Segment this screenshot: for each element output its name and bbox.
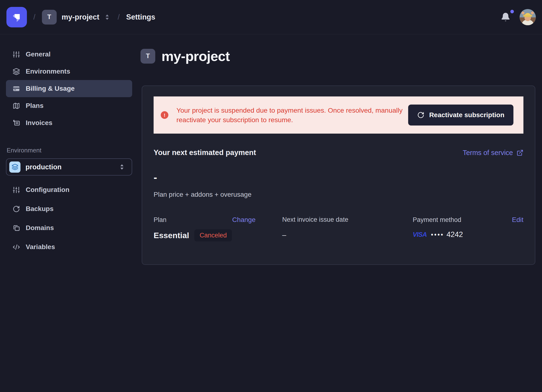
next-invoice-date: – [282, 231, 413, 239]
chevrons-up-down-icon [103, 13, 111, 21]
alert-message: Your project is suspended due to payment… [176, 105, 408, 125]
environment-select[interactable]: production [6, 158, 132, 175]
sidebar-item-label: Billing & Usage [26, 85, 75, 93]
rotate-cw-icon [417, 111, 424, 119]
sidebar-item-label: General [26, 50, 50, 58]
sidebar-item-billing-usage[interactable]: Billing & Usage [6, 80, 132, 97]
tuist-logo-icon [10, 10, 24, 24]
reactivate-button-label: Reactivate subscription [429, 111, 504, 119]
alert-exclamation-icon: ! [161, 111, 168, 119]
avatar-illustration [520, 9, 536, 25]
card-last4: 4242 [446, 230, 463, 239]
unread-notification-dot [510, 10, 514, 13]
project-title-row: T my-project [141, 48, 535, 64]
environment-section-label: Environment [7, 147, 132, 154]
environment-layers-icon [9, 162, 21, 173]
environment-select-value: production [26, 163, 118, 171]
content-layout: General Environments Billing & Usage [0, 34, 542, 392]
sidebar-item-plans[interactable]: Plans [6, 97, 132, 114]
change-plan-link[interactable]: Change [232, 216, 255, 224]
project-switcher-button[interactable] [103, 13, 111, 21]
estimated-payment-amount: - [154, 172, 523, 183]
user-avatar[interactable] [520, 9, 536, 25]
invoice-icon [13, 119, 20, 127]
layers-icon [13, 68, 20, 75]
plan-status-badge: Canceled [194, 229, 232, 241]
sidebar-item-backups[interactable]: Backups [6, 199, 132, 218]
payment-method-label: Payment method [413, 216, 461, 224]
terms-of-service-link[interactable]: Terms of service [463, 149, 523, 157]
stack-icon [13, 224, 20, 232]
sidebar-item-environments[interactable]: Environments [6, 63, 132, 80]
card-mask-dots: •••• [431, 231, 444, 238]
notifications-button[interactable] [500, 12, 511, 23]
top-bar: / T my-project / Settings [0, 0, 542, 34]
app-root: / T my-project / Settings [0, 0, 542, 392]
sidebar-item-label: Environments [26, 68, 70, 75]
next-invoice-column: Next invoice issue date – [282, 216, 413, 241]
payment-method-column: Payment method Edit VISA •••• 4242 [413, 216, 523, 241]
settings-sidebar: General Environments Billing & Usage [0, 34, 142, 392]
suspension-alert: ! Your project is suspended due to payme… [154, 97, 523, 134]
plan-label: Plan [154, 216, 167, 224]
chevrons-up-down-icon [118, 163, 126, 171]
visa-logo: VISA [413, 231, 427, 238]
sliders-icon [13, 186, 20, 194]
estimated-payment-heading: Your next estimated payment [154, 148, 256, 157]
next-invoice-label: Next invoice issue date [282, 216, 348, 223]
environment-settings-nav: Configuration Backups Domains [6, 180, 132, 256]
sidebar-item-label: Configuration [26, 186, 70, 194]
terms-of-service-label: Terms of service [463, 149, 513, 157]
sliders-icon [13, 51, 20, 58]
sidebar-item-domains[interactable]: Domains [6, 218, 132, 237]
project-avatar-chip: T [141, 49, 155, 64]
sidebar-item-variables[interactable]: Variables [6, 237, 132, 256]
reactivate-subscription-button[interactable]: Reactivate subscription [408, 104, 513, 125]
project-avatar-chip: T [42, 10, 57, 25]
sidebar-item-label: Plans [26, 102, 43, 109]
bell-icon [500, 12, 511, 23]
page-title: my-project [162, 48, 230, 64]
breadcrumb-section: Settings [126, 13, 155, 22]
sidebar-item-label: Domains [26, 224, 54, 232]
breadcrumb-separator: / [33, 13, 35, 22]
external-link-icon [516, 149, 523, 156]
sidebar-item-label: Variables [26, 243, 55, 251]
billing-card: ! Your project is suspended due to payme… [142, 86, 535, 265]
rotate-cw-icon [13, 205, 20, 213]
app-logo[interactable] [6, 7, 27, 27]
edit-payment-method-link[interactable]: Edit [512, 216, 523, 224]
estimated-payment-header: Your next estimated payment Terms of ser… [154, 148, 523, 157]
sidebar-item-invoices[interactable]: Invoices [6, 114, 132, 131]
top-bar-actions [500, 9, 536, 25]
sidebar-item-general[interactable]: General [6, 46, 132, 63]
billing-details-row: Plan Change Essential Canceled Next invo… [154, 216, 523, 241]
code-icon [13, 243, 20, 251]
sidebar-item-label: Backups [26, 205, 54, 213]
sidebar-item-label: Invoices [26, 119, 52, 127]
payment-method-value: VISA •••• 4242 [413, 230, 523, 239]
estimated-payment-formula: Plan price + addons + overusage [154, 191, 523, 198]
map-icon [13, 102, 20, 109]
credit-card-icon [13, 85, 20, 93]
plan-name: Essential [154, 231, 189, 240]
breadcrumb-separator: / [118, 13, 120, 22]
breadcrumb-project[interactable]: my-project [62, 13, 99, 22]
main-content: T my-project ! Your project is suspended… [142, 34, 542, 392]
project-settings-nav: General Environments Billing & Usage [6, 46, 132, 131]
sidebar-item-configuration[interactable]: Configuration [6, 180, 132, 199]
plan-column: Plan Change Essential Canceled [154, 216, 255, 241]
